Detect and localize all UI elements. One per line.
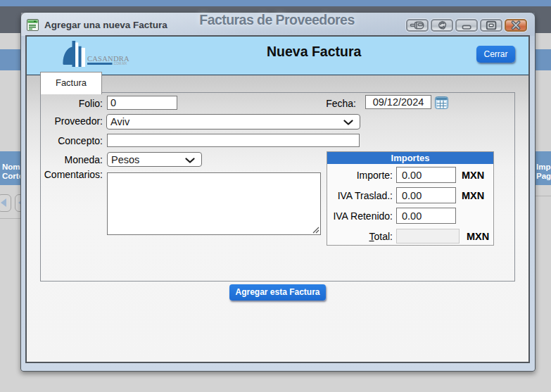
svg-text:CASANDRA: CASANDRA xyxy=(87,55,129,63)
svg-text:.COM.MX: .COM.MX xyxy=(113,62,127,65)
